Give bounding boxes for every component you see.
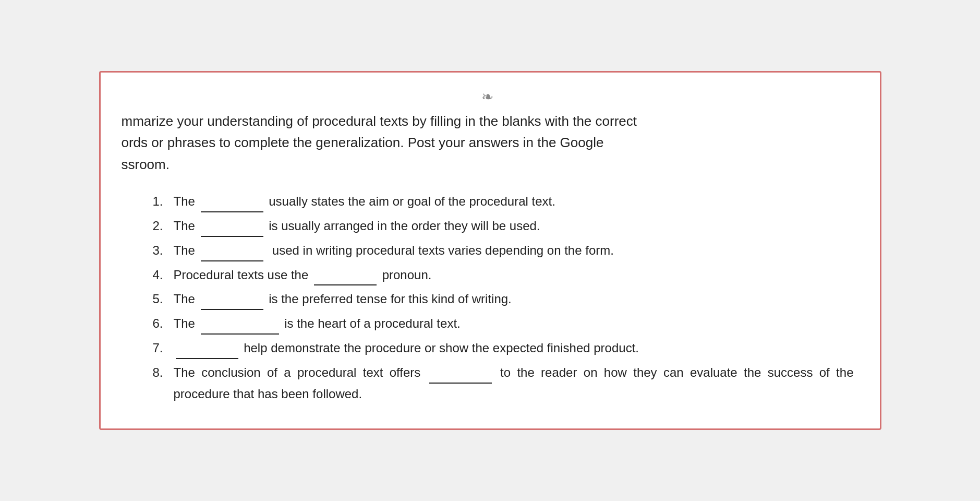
- question-content: The is the preferred tense for this kind…: [174, 289, 854, 310]
- question-number: 7.: [153, 338, 174, 359]
- blank-7: [176, 356, 238, 359]
- content-card: ❧ mmarize your understanding of procedur…: [99, 71, 881, 431]
- blank-1: [201, 209, 263, 212]
- question-number: 1.: [153, 191, 174, 212]
- list-item: 3. The used in writing procedural texts …: [153, 240, 854, 261]
- intro-line2: ords or phrases to complete the generali…: [122, 135, 604, 150]
- blank-4: [314, 282, 377, 285]
- decorative-symbol: ❧: [122, 88, 854, 105]
- question-number: 4.: [153, 265, 174, 286]
- questions-list: 1. The usually states the aim or goal of…: [153, 191, 854, 404]
- list-item: 2. The is usually arranged in the order …: [153, 216, 854, 237]
- blank-6: [201, 331, 279, 335]
- question-number: 5.: [153, 289, 174, 310]
- question-content: The is the heart of a procedural text.: [174, 313, 854, 335]
- question-number: 3.: [153, 240, 174, 261]
- list-item: 4. Procedural texts use the pronoun.: [153, 265, 854, 286]
- intro-line1: mmarize your understanding of procedural…: [122, 113, 637, 129]
- list-item: 1. The usually states the aim or goal of…: [153, 191, 854, 212]
- list-item: 5. The is the preferred tense for this k…: [153, 289, 854, 310]
- question-content: The usually states the aim or goal of th…: [174, 191, 854, 212]
- intro-line3: ssroom.: [122, 157, 170, 172]
- page-container: ❧ mmarize your understanding of procedur…: [0, 0, 980, 501]
- question-content: The conclusion of a procedural text offe…: [174, 362, 854, 405]
- list-item: 6. The is the heart of a procedural text…: [153, 313, 854, 335]
- blank-3: [201, 258, 263, 261]
- question-content: The is usually arranged in the order the…: [174, 216, 854, 237]
- question-content: help demonstrate the procedure or show t…: [174, 338, 854, 359]
- question-content: The used in writing procedural texts var…: [174, 240, 854, 261]
- intro-paragraph: mmarize your understanding of procedural…: [122, 111, 854, 176]
- blank-5: [201, 307, 263, 310]
- question-number: 6.: [153, 313, 174, 335]
- question-number: 8.: [153, 362, 174, 405]
- blank-8: [429, 380, 492, 384]
- list-item: 7. help demonstrate the procedure or sho…: [153, 338, 854, 359]
- question-content: Procedural texts use the pronoun.: [174, 265, 854, 286]
- blank-2: [201, 234, 263, 237]
- question-number: 2.: [153, 216, 174, 237]
- list-item: 8. The conclusion of a procedural text o…: [153, 362, 854, 405]
